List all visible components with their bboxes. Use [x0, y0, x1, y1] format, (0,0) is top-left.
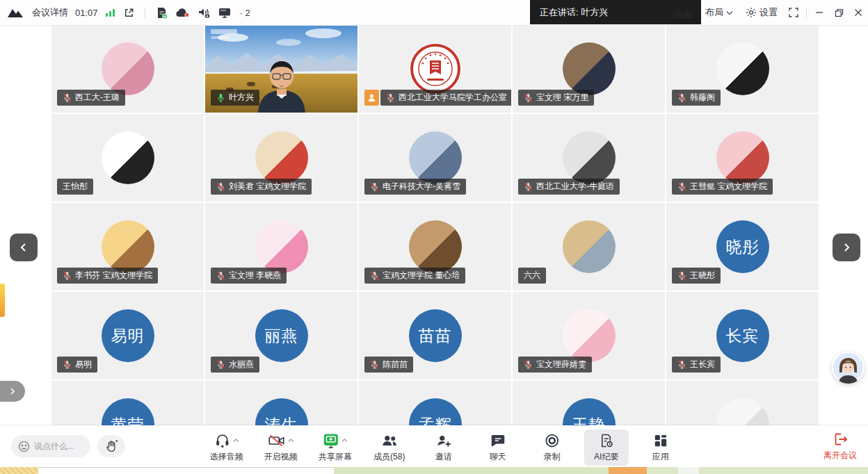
- close-button[interactable]: [849, 0, 868, 25]
- leave-meeting-button[interactable]: 离开会议: [823, 431, 857, 461]
- participant-tile[interactable]: 宝文理薛婧雯: [513, 292, 665, 379]
- background-strip-orange: [609, 467, 647, 474]
- participant-name-tag: 王晓彤: [672, 268, 721, 284]
- participant-tile[interactable]: 丽燕水丽燕: [205, 292, 357, 379]
- leave-meeting-label: 离开会议: [823, 450, 857, 461]
- record-icon: [544, 432, 561, 449]
- restore-button[interactable]: [829, 0, 849, 25]
- participant-tile[interactable]: 宝鸡文理学院 董心培: [359, 203, 511, 291]
- toolbar-apps-label: 应用: [652, 451, 669, 463]
- participant-tile[interactable]: 晓彤王晓彤: [666, 203, 819, 291]
- settings-button[interactable]: 设置: [739, 0, 784, 25]
- toolbar-audio-button[interactable]: 选择音频: [204, 430, 249, 466]
- participant-name: 西北工业大学-牛庭语: [536, 181, 614, 193]
- participant-tile[interactable]: 西北工业大学-牛庭语: [513, 114, 665, 202]
- fullscreen-button[interactable]: [784, 0, 803, 25]
- toolbar-ai-button[interactable]: AI纪要: [584, 430, 629, 466]
- layout-button[interactable]: 布局: [699, 0, 739, 25]
- toolbar-video-button[interactable]: 开启视频: [259, 430, 303, 466]
- participant-name-tag: 王怡彤: [57, 179, 93, 195]
- toolbar-apps-button[interactable]: 应用: [638, 430, 683, 466]
- prev-page-button[interactable]: [10, 234, 38, 261]
- participant-name: 陈苗苗: [383, 359, 408, 370]
- participant-name-tag: 宝文理 李晓燕: [211, 268, 287, 284]
- toolbar-invite-button[interactable]: 邀请: [421, 430, 466, 466]
- participant-tag-row: 宝文理 宋万里: [518, 90, 594, 106]
- participant-name: 李书芬 宝鸡文理学院: [75, 270, 152, 281]
- toolbar-members-label: 成员(58): [373, 451, 405, 463]
- participant-name-tag: 西北工业大学-牛庭语: [518, 179, 620, 195]
- toolbar-share-label: 共享屏幕: [319, 451, 352, 463]
- expand-panel-handle[interactable]: [0, 381, 25, 402]
- toolbar-share-button[interactable]: 共享屏幕: [313, 430, 357, 466]
- participant-tile[interactable]: 王彗懿 宝鸡文理学院: [666, 114, 819, 202]
- participant-tag-row: 叶方兴: [211, 90, 259, 106]
- toolbar-chat-button[interactable]: 聊天: [476, 430, 520, 466]
- next-page-button[interactable]: [833, 234, 860, 261]
- audio-security-icon[interactable]: [197, 4, 211, 21]
- participant-avatar: [716, 42, 769, 95]
- mic-muted-icon: [370, 360, 379, 369]
- participant-name-tag: 王长宾: [672, 357, 721, 373]
- participant-name-tag: 宝文理薛婧雯: [518, 357, 592, 373]
- popout-icon[interactable]: [123, 4, 135, 21]
- participant-tile[interactable]: 易明易明: [51, 292, 204, 379]
- participant-tile[interactable]: 六六: [513, 203, 665, 291]
- cloud-icon[interactable]: [175, 4, 190, 21]
- participant-avatar: 苗苗: [409, 309, 462, 362]
- chevron-down-icon: [726, 10, 733, 15]
- participant-name-tag: 刘美君 宝鸡文理学院: [211, 179, 312, 195]
- headset-icon: [214, 432, 231, 449]
- share-screen-icon: [323, 432, 339, 449]
- chat-icon: [490, 432, 506, 449]
- participant-tile[interactable]: 西北工业大学马院学工办公室: [359, 25, 511, 113]
- minimize-button[interactable]: [810, 0, 829, 25]
- participant-tag-row: 李书芬 宝鸡文理学院: [57, 268, 158, 284]
- mic-muted-icon: [216, 360, 225, 369]
- participant-avatar: [563, 220, 616, 273]
- chevron-up-icon: [233, 439, 239, 443]
- participant-tag-row: 刘美君 宝鸡文理学院: [211, 179, 312, 195]
- participant-avatar: [716, 131, 769, 184]
- top-bar: 会议详情 01:07 · 2 布局: [0, 0, 868, 26]
- raise-hand-button[interactable]: [97, 435, 125, 457]
- gear-icon: [746, 7, 757, 18]
- meeting-details-button[interactable]: 会议详情: [32, 6, 68, 19]
- participant-tile[interactable]: 宝文理 李晓燕: [205, 203, 357, 291]
- chat-placeholder: 说点什么...: [34, 441, 74, 452]
- ai-notes-icon: [598, 432, 615, 449]
- toolbar-ai-label: AI纪要: [594, 451, 618, 463]
- participant-avatar: [255, 220, 308, 273]
- toolbar-audio-label: 选择音频: [210, 451, 243, 463]
- participant-tile[interactable]: 李书芬 宝鸡文理学院: [51, 203, 204, 291]
- mic-muted-icon: [216, 271, 225, 280]
- docs-icon[interactable]: [155, 4, 168, 21]
- toolbar-record-button[interactable]: 录制: [530, 430, 574, 466]
- participant-name: 韩藤阁: [690, 92, 715, 104]
- raise-hand-icon: [104, 439, 119, 454]
- participant-avatar: [255, 131, 308, 184]
- restore-icon: [835, 8, 844, 17]
- participant-tile[interactable]: 韩藤阁: [666, 25, 819, 113]
- participant-tile[interactable]: 刘美君 宝鸡文理学院: [205, 114, 357, 202]
- mic-muted-icon: [216, 182, 225, 191]
- host-icon: [367, 93, 376, 102]
- participant-tile[interactable]: 电子科技大学-吴蒋雪: [359, 114, 511, 202]
- screens-icon[interactable]: [218, 4, 232, 21]
- participant-name-tag: 六六: [518, 268, 546, 284]
- participant-tile[interactable]: 王怡彤: [51, 114, 204, 202]
- participant-tile[interactable]: 宝文理 宋万里: [513, 25, 665, 113]
- participant-tag-row: 六六: [518, 268, 546, 284]
- participant-tile[interactable]: 西工大-王璐: [51, 25, 204, 113]
- mic-muted-icon: [677, 271, 686, 280]
- participant-name-tag: 水丽燕: [211, 357, 259, 373]
- participant-tile[interactable]: 长宾王长宾: [666, 292, 819, 379]
- toolbar-members-button[interactable]: 成员(58): [367, 430, 412, 466]
- participant-tile[interactable]: 叶方兴: [205, 25, 357, 113]
- ai-assistant-avatar[interactable]: [832, 351, 865, 384]
- chat-input[interactable]: 说点什么...: [11, 435, 90, 457]
- participant-tag-row: 西北工业大学-牛庭语: [518, 179, 620, 195]
- meeting-window: 西工大-王璐叶方兴西北工业大学马院学工办公室宝文理 宋万里韩藤阁王怡彤刘美君 宝…: [0, 0, 868, 467]
- participant-name-tag: 西工大-王璐: [57, 90, 125, 106]
- participant-tile[interactable]: 苗苗陈苗苗: [359, 292, 511, 379]
